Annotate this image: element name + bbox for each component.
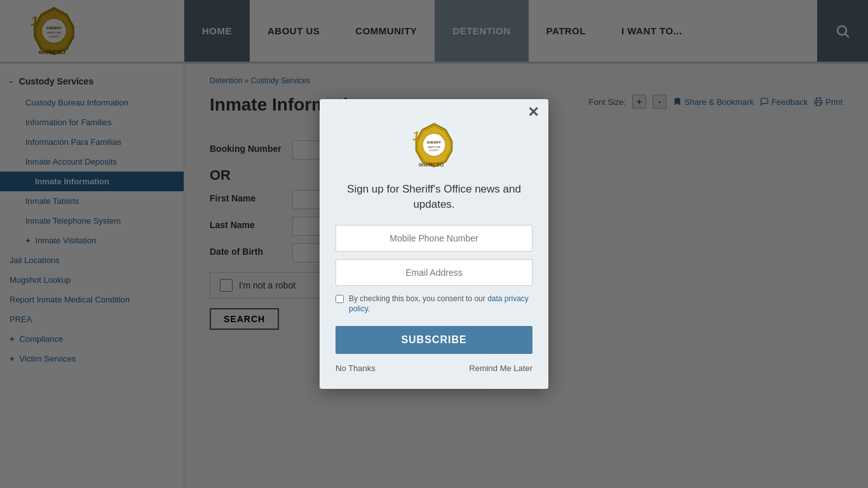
modal-logo: SHERIFF MARICOPA COUNTY 1 oneMCSO [396,118,472,172]
modal-logo-image: SHERIFF MARICOPA COUNTY 1 oneMCSO [396,116,472,173]
svg-text:oneMCSO: oneMCSO [419,162,444,168]
modal-footer: No Thanks Remind Me Later [336,363,532,373]
consent-row: By checking this box, you consent to our… [336,294,532,315]
svg-text:COUNTY: COUNTY [429,149,439,152]
subscribe-button[interactable]: SUBSCRIBE [336,326,532,354]
remind-later-link[interactable]: Remind Me Later [469,363,532,373]
modal: ✕ SHERIFF MARICOPA COUNTY 1 oneMCSO Sign… [320,99,548,389]
email-address-input[interactable] [336,259,532,286]
svg-point-13 [423,133,445,156]
svg-text:1: 1 [412,129,419,143]
modal-overlay: ✕ SHERIFF MARICOPA COUNTY 1 oneMCSO Sign… [0,0,868,488]
consent-checkbox[interactable] [336,295,344,303]
modal-close-button[interactable]: ✕ [527,105,539,119]
consent-text: By checking this box, you consent to our… [349,294,532,315]
svg-text:SHERIFF: SHERIFF [427,140,442,144]
svg-text:MARICOPA: MARICOPA [428,146,440,149]
phone-number-input[interactable] [336,225,532,252]
modal-content: SHERIFF MARICOPA COUNTY 1 oneMCSO Sign u… [320,99,548,389]
modal-title: Sign up for Sheriff's Office news and up… [336,182,532,212]
no-thanks-link[interactable]: No Thanks [336,363,376,373]
